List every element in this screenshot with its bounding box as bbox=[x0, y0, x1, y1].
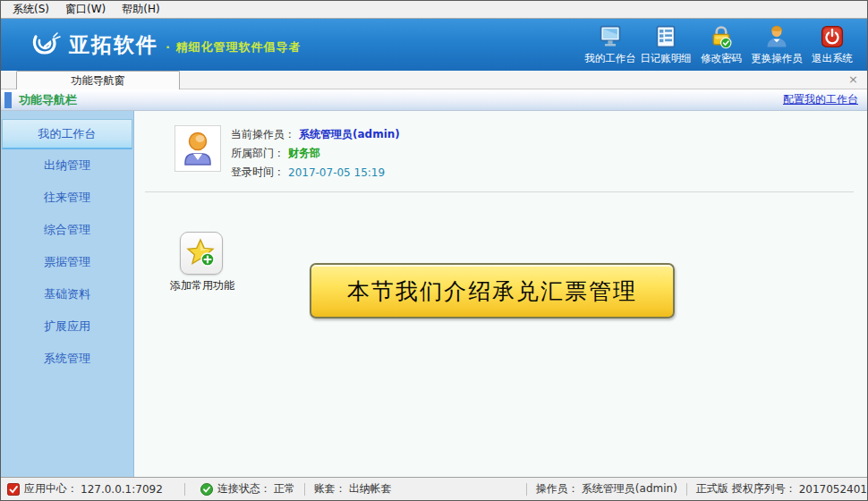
sidebar-item-extended-apps[interactable]: 扩展应用 bbox=[1, 310, 133, 343]
operator-info: 当前操作员： 系统管理员(admin) 所属部门： 财务部 登录时间： 2017… bbox=[231, 125, 400, 182]
sidebar-item-bill-mgmt[interactable]: 票据管理 bbox=[1, 246, 133, 278]
avatar bbox=[174, 125, 221, 172]
sidebar-item-comprehensive-mgmt[interactable]: 综合管理 bbox=[1, 214, 133, 246]
lesson-banner-text: 本节我们介绍承兑汇票管理 bbox=[347, 276, 637, 306]
sidebar-item-contacts-mgmt[interactable]: 往来管理 bbox=[1, 182, 133, 214]
panel-header: 功能导航栏 配置我的工作台 bbox=[1, 89, 867, 111]
star-plus-icon bbox=[186, 238, 217, 268]
avatar-person-icon bbox=[178, 129, 217, 168]
lesson-banner: 本节我们介绍承兑汇票管理 bbox=[310, 263, 675, 318]
license-label: 正式版 授权序列号： bbox=[696, 481, 796, 497]
department-label: 所属部门： bbox=[231, 146, 285, 161]
add-favorite-label: 添加常用功能 bbox=[170, 278, 233, 293]
account-book-label: 账套： bbox=[314, 481, 346, 497]
toolbar-label: 修改密码 bbox=[701, 52, 742, 65]
login-time-label: 登录时间： bbox=[231, 165, 285, 180]
app-center-icon bbox=[7, 483, 20, 496]
operator-value: 系统管理员(admin) bbox=[299, 127, 400, 142]
tab-function-nav[interactable]: 功能导航窗 bbox=[16, 71, 180, 89]
login-time-value: 2017-07-05 15:19 bbox=[288, 166, 385, 179]
app-center-value: 127.0.0.1:7092 bbox=[81, 483, 163, 496]
sidebar-item-my-workbench[interactable]: 我的工作台 bbox=[2, 119, 132, 149]
panel-title: 功能导航栏 bbox=[19, 92, 77, 108]
status-operator-label: 操作员： bbox=[536, 481, 579, 497]
status-license: 正式版 授权序列号： 2017052401 bbox=[696, 481, 867, 497]
separator bbox=[184, 483, 185, 496]
sidebar: 我的工作台 出纳管理 往来管理 综合管理 票据管理 基础资料 扩展应用 系统管理 bbox=[1, 111, 134, 479]
divider bbox=[145, 191, 854, 192]
sidebar-item-system-mgmt[interactable]: 系统管理 bbox=[1, 343, 133, 375]
sidebar-item-cashier-mgmt[interactable]: 出纳管理 bbox=[1, 149, 133, 182]
status-app-center: 应用中心： 127.0.0.1:7092 bbox=[1, 481, 163, 497]
toolbar-change-password[interactable]: 修改密码 bbox=[694, 22, 749, 65]
department-value: 财务部 bbox=[288, 146, 320, 161]
separator bbox=[686, 483, 687, 496]
toolbar-exit-system[interactable]: 退出系统 bbox=[804, 22, 860, 65]
app-center-label: 应用中心： bbox=[24, 481, 78, 497]
menu-help[interactable]: 帮助(H) bbox=[114, 0, 167, 19]
user-icon bbox=[764, 24, 789, 49]
toolbar-label: 退出系统 bbox=[812, 52, 853, 65]
license-value: 2017052401 bbox=[799, 483, 867, 496]
menu-system[interactable]: 系统(S) bbox=[4, 0, 57, 19]
toolbar-journal-detail[interactable]: 日记账明细 bbox=[638, 22, 694, 65]
header-toolbar: 我的工作台 日记账明细 bbox=[583, 22, 860, 65]
operator-label: 当前操作员： bbox=[231, 127, 295, 142]
toolbar-switch-operator[interactable]: 更换操作员 bbox=[749, 22, 804, 65]
brand-logo-icon bbox=[30, 30, 62, 60]
separator bbox=[526, 483, 527, 496]
ledger-icon bbox=[653, 24, 678, 49]
brand-name: 亚拓软件 bbox=[69, 31, 158, 59]
sidebar-item-basic-data[interactable]: 基础资料 bbox=[1, 278, 133, 310]
toolbar-my-workbench[interactable]: 我的工作台 bbox=[583, 22, 638, 65]
connection-label: 连接状态： bbox=[217, 481, 271, 497]
body: 我的工作台 出纳管理 往来管理 综合管理 票据管理 基础资料 扩展应用 系统管理… bbox=[1, 111, 867, 479]
status-bar: 应用中心： 127.0.0.1:7092 连接状态： 正常 账套： 出纳帐套 操… bbox=[1, 477, 867, 500]
tab-bar: 功能导航窗 × bbox=[1, 71, 867, 89]
app-window: 系统(S) 窗口(W) 帮助(H) 亚拓软件 · 精细化管理软件倡导者 bbox=[0, 0, 868, 501]
status-operator: 操作员： 系统管理员(admin) bbox=[536, 481, 677, 497]
brand: 亚拓软件 · 精细化管理软件倡导者 bbox=[30, 30, 301, 60]
status-account-book: 账套： 出纳帐套 bbox=[314, 481, 392, 497]
menu-bar: 系统(S) 窗口(W) 帮助(H) bbox=[1, 1, 867, 19]
toolbar-label: 更换操作员 bbox=[751, 52, 803, 65]
toolbar-label: 日记账明细 bbox=[640, 52, 692, 65]
power-icon bbox=[820, 24, 845, 49]
menu-window[interactable]: 窗口(W) bbox=[57, 0, 114, 19]
accent-bar bbox=[4, 92, 12, 108]
brand-slogan: · 精细化管理软件倡导者 bbox=[166, 39, 301, 55]
status-connection: 连接状态： 正常 bbox=[194, 481, 295, 497]
add-favorite-button[interactable]: 添加常用功能 bbox=[170, 232, 233, 293]
status-operator-value: 系统管理员(admin) bbox=[582, 481, 677, 497]
connection-value: 正常 bbox=[274, 481, 295, 497]
monitor-icon bbox=[598, 24, 623, 49]
close-icon[interactable]: × bbox=[848, 72, 858, 87]
toolbar-label: 我的工作台 bbox=[584, 52, 636, 65]
lock-check-icon bbox=[709, 24, 734, 49]
main-content: 当前操作员： 系统管理员(admin) 所属部门： 财务部 登录时间： 2017… bbox=[134, 111, 867, 479]
app-header: 亚拓软件 · 精细化管理软件倡导者 我的工作台 bbox=[1, 19, 867, 71]
connection-ok-icon bbox=[200, 483, 213, 496]
separator bbox=[304, 483, 305, 496]
account-book-value: 出纳帐套 bbox=[349, 481, 392, 497]
configure-workbench-link[interactable]: 配置我的工作台 bbox=[783, 92, 858, 107]
